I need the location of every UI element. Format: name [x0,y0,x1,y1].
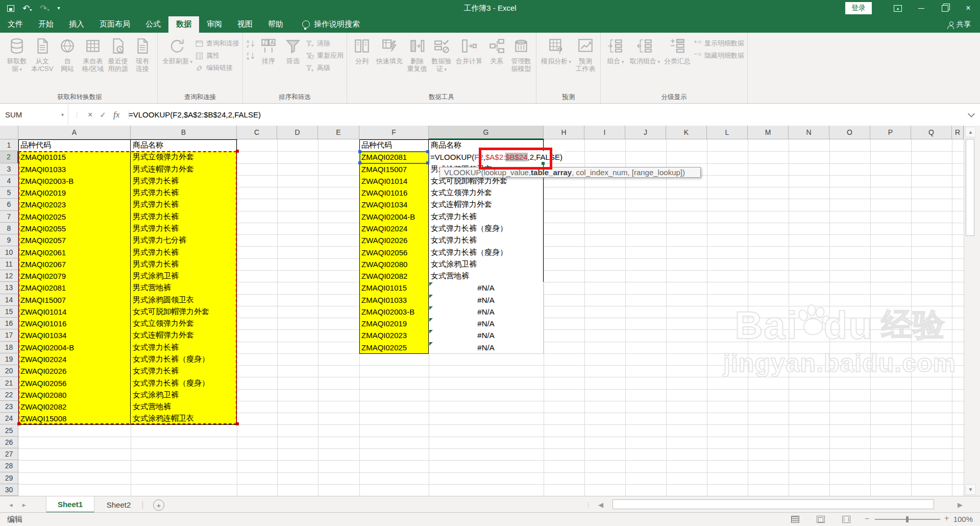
restore-button[interactable] [933,0,957,16]
undo-icon[interactable]: ↶▾ [22,4,32,13]
cell-A14[interactable]: ZMAQI15007 [18,294,131,306]
ribbon-button-recent-sources[interactable]: 最近使 用的源 [106,35,130,88]
ribbon-button-advanced[interactable]: 高级 [306,63,344,73]
insert-function-button[interactable]: fx [113,110,119,120]
column-header-M[interactable]: M [748,126,789,139]
row-header-12[interactable]: 12 [0,270,18,282]
cell-B2[interactable]: 男式立领弹力外套 [131,151,237,163]
ribbon-button-text-to-columns[interactable]: 分列 [350,35,374,88]
row-header-23[interactable]: 23 [0,401,18,413]
row-header-16[interactable]: 16 [0,318,18,329]
row-header-17[interactable]: 17 [0,329,18,341]
ribbon-button-show-detail[interactable]: 显示明细数据 [693,39,744,48]
formula-input[interactable]: =VLOOKUP(F2,$A$2:$B$24,2,FALSE) [129,104,261,125]
cell-A9[interactable]: ZMAQI02057 [18,234,131,247]
ribbon-button-ungroup[interactable]: 取消组合 ▾ [628,35,662,88]
ribbon-button-what-if-analysis[interactable]: ?模拟分析 ▾ [540,35,573,88]
select-all-corner[interactable] [0,126,18,139]
cell-A10[interactable]: ZMAQI02061 [18,246,131,258]
ribbon-tab-review[interactable]: 审阅 [199,16,230,33]
column-header-F[interactable]: F [359,126,429,139]
cell-A12[interactable]: ZMAQI02079 [18,270,131,282]
column-header-H[interactable]: H [544,126,584,139]
ribbon-tab-formulas[interactable]: 公式 [138,16,168,33]
column-header-R[interactable]: R [952,126,964,139]
cell-F10[interactable]: ZWAQI02056 [359,246,429,258]
page-layout-view-button[interactable] [817,516,825,523]
cell-F7[interactable]: ZWAQI02004-B [359,211,429,223]
ribbon-tab-file[interactable]: 文件 [0,16,31,33]
close-button[interactable]: × [957,0,980,16]
ribbon-tab-view[interactable]: 视图 [230,16,260,33]
ribbon-button-consolidate[interactable]: 合并计算 [454,35,484,88]
cell-G9[interactable]: 女式弹力长裤 [429,234,544,247]
ribbon-button-refresh-all[interactable]: 全部刷新 ▾ [161,35,194,88]
cell-F6[interactable]: ZWAQI01034 [359,199,429,211]
ribbon-tab-help[interactable]: 帮助 [260,16,291,33]
column-header-C[interactable]: C [237,126,277,139]
row-header-15[interactable]: 15 [0,306,18,318]
cell-B19[interactable]: 女式弹力长裤（瘦身） [131,353,237,366]
ribbon-tab-page-layout[interactable]: 页面布局 [92,16,138,33]
vertical-scroll-thumb[interactable] [966,139,974,236]
column-header-L[interactable]: L [707,126,748,139]
vertical-scrollbar[interactable]: ▲ ▼ [964,126,976,496]
ribbon-button-reapply[interactable]: 重新应用 [306,51,344,60]
cell-F2[interactable]: ZMAQI02081 [359,151,429,163]
cell-A21[interactable]: ZWAQI02056 [18,377,131,389]
login-button[interactable]: 登录 [845,2,872,14]
ribbon-button-sort-za[interactable]: ZA [246,51,256,60]
cell-A22[interactable]: ZWAQI02080 [18,389,131,401]
cell-B23[interactable]: 女式营地裤 [131,401,237,413]
cell-B6[interactable]: 男式弹力长裤 [131,199,237,211]
cell-G5[interactable]: 女式立领弹力外套 [429,187,544,199]
cell-A17[interactable]: ZWAQI01034 [18,329,131,342]
row-header-10[interactable]: 10 [0,246,18,258]
column-header-B[interactable]: B [131,126,237,139]
cell-A20[interactable]: ZWAQI02026 [18,365,131,377]
row-header-28[interactable]: 28 [0,460,18,472]
ribbon-button-queries-connections[interactable]: 查询和连接 [195,39,239,48]
cell-F14[interactable]: ZMAQI01033 [359,294,429,306]
cell-B7[interactable]: 男式弹力长裤 [131,211,237,223]
name-box[interactable]: SUM ▾ [0,104,68,125]
row-header-2[interactable]: 2 [0,151,18,163]
cell-B10[interactable]: 男式弹力长裤 [131,246,237,258]
cell-F13[interactable]: ZMAQI01015 [359,282,429,294]
column-header-Q[interactable]: Q [911,126,952,139]
scroll-up-button[interactable]: ▲ [965,127,976,137]
zoom-level[interactable]: 100% [953,515,973,523]
cell-A3[interactable]: ZMAQI01033 [18,163,131,176]
cell-A8[interactable]: ZMAQI02055 [18,223,131,235]
ribbon-button-remove-duplicates[interactable]: 删除 重复值 [405,35,429,88]
cell-A4[interactable]: ZMAQI02003-B [18,175,131,187]
cell-B4[interactable]: 男式弹力长裤 [131,175,237,187]
cell-B18[interactable]: 女式弹力长裤 [131,342,237,354]
ribbon-button-clear-filter[interactable]: 清除 [306,39,344,48]
cell-G18[interactable]: #N/A [429,342,544,354]
ribbon-button-properties[interactable]: 属性 [195,51,239,60]
cell-G1[interactable]: 商品名称 [429,139,544,152]
row-header-21[interactable]: 21 [0,377,18,389]
cell-A11[interactable]: ZMAQI02067 [18,258,131,271]
row-header-8[interactable]: 8 [0,223,18,234]
column-header-O[interactable]: O [829,126,870,139]
ribbon-display-options-button[interactable]: ▴ [886,0,910,16]
cell-G6[interactable]: 女式连帽弹力外套 [429,199,544,211]
cell-F1[interactable]: 品种代码 [359,139,429,152]
ribbon-button-data-validation[interactable]: 数据验 证 ▾ [430,35,453,88]
row-header-3[interactable]: 3 [0,163,18,175]
save-icon[interactable] [7,5,14,12]
formula-bar-splitter[interactable]: ⋮ [74,111,81,118]
row-header-4[interactable]: 4 [0,175,18,187]
cell-F5[interactable]: ZWAQI01016 [359,187,429,199]
row-header-5[interactable]: 5 [0,187,18,199]
ribbon-tab-data[interactable]: 数据 [168,16,199,33]
ribbon-button-flash-fill[interactable]: 快速填充 [375,35,404,88]
row-header-18[interactable]: 18 [0,342,18,353]
column-header-D[interactable]: D [277,126,318,139]
cell-F15[interactable]: ZMAQI02003-B [359,306,429,318]
cell-A5[interactable]: ZMAQI02019 [18,187,131,199]
cell-A15[interactable]: ZWAQI01014 [18,306,131,318]
cell-B1[interactable]: 商品名称 [131,139,237,152]
